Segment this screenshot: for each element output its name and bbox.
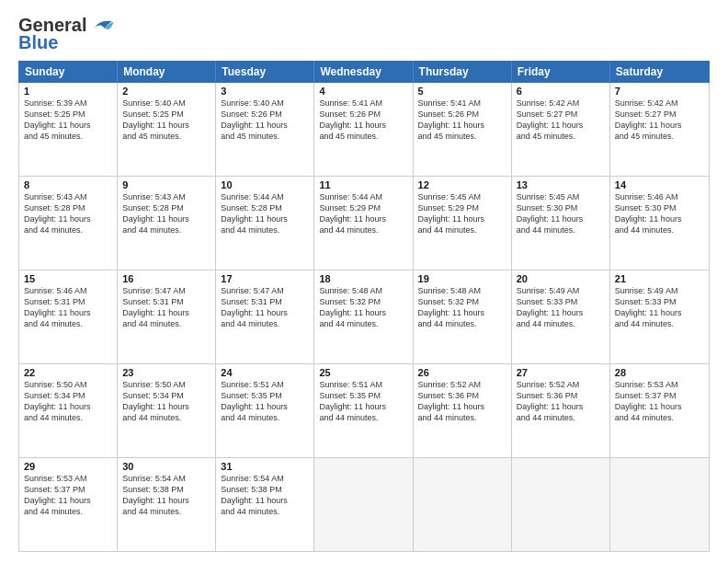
calendar-week-3: 15Sunrise: 5:46 AMSunset: 5:31 PMDayligh… <box>19 270 709 364</box>
empty-cell <box>512 458 610 551</box>
day-details: Sunrise: 5:41 AMSunset: 5:26 PMDaylight:… <box>418 98 506 143</box>
empty-cell <box>414 458 512 551</box>
day-number: 10 <box>221 179 309 190</box>
day-details: Sunrise: 5:42 AMSunset: 5:27 PMDaylight:… <box>615 98 704 143</box>
calendar-header: SundayMondayTuesdayWednesdayThursdayFrid… <box>18 61 710 83</box>
day-number: 31 <box>221 461 309 472</box>
day-number: 1 <box>24 86 112 97</box>
day-cell-11: 11Sunrise: 5:44 AMSunset: 5:29 PMDayligh… <box>314 177 413 270</box>
logo-bird-icon <box>86 16 116 36</box>
day-number: 21 <box>615 273 704 284</box>
day-number: 27 <box>517 367 605 378</box>
day-details: Sunrise: 5:54 AMSunset: 5:38 PMDaylight:… <box>221 473 309 518</box>
day-details: Sunrise: 5:42 AMSunset: 5:27 PMDaylight:… <box>517 98 605 143</box>
day-number: 7 <box>615 86 704 97</box>
day-number: 14 <box>615 179 704 190</box>
header-day-sunday: Sunday <box>19 62 118 82</box>
day-cell-24: 24Sunrise: 5:51 AMSunset: 5:35 PMDayligh… <box>216 364 314 457</box>
day-details: Sunrise: 5:51 AMSunset: 5:35 PMDaylight:… <box>221 379 309 424</box>
day-cell-12: 12Sunrise: 5:45 AMSunset: 5:29 PMDayligh… <box>414 177 512 270</box>
day-cell-13: 13Sunrise: 5:45 AMSunset: 5:30 PMDayligh… <box>512 177 610 270</box>
day-cell-30: 30Sunrise: 5:54 AMSunset: 5:38 PMDayligh… <box>118 458 216 551</box>
header-day-friday: Friday <box>512 62 610 82</box>
day-cell-27: 27Sunrise: 5:52 AMSunset: 5:36 PMDayligh… <box>512 364 610 457</box>
calendar-body: 1Sunrise: 5:39 AMSunset: 5:25 PMDaylight… <box>18 83 710 552</box>
day-number: 22 <box>24 367 112 378</box>
day-details: Sunrise: 5:47 AMSunset: 5:31 PMDaylight:… <box>122 285 210 330</box>
day-number: 11 <box>319 179 407 190</box>
day-number: 5 <box>418 86 506 97</box>
logo: General Blue <box>18 15 116 53</box>
day-cell-31: 31Sunrise: 5:54 AMSunset: 5:38 PMDayligh… <box>216 458 314 551</box>
day-details: Sunrise: 5:50 AMSunset: 5:34 PMDaylight:… <box>122 379 210 424</box>
day-cell-7: 7Sunrise: 5:42 AMSunset: 5:27 PMDaylight… <box>610 83 709 176</box>
day-number: 3 <box>221 86 309 97</box>
day-cell-14: 14Sunrise: 5:46 AMSunset: 5:30 PMDayligh… <box>610 177 709 270</box>
day-cell-22: 22Sunrise: 5:50 AMSunset: 5:34 PMDayligh… <box>19 364 118 457</box>
day-cell-28: 28Sunrise: 5:53 AMSunset: 5:37 PMDayligh… <box>610 364 709 457</box>
day-cell-15: 15Sunrise: 5:46 AMSunset: 5:31 PMDayligh… <box>19 270 118 363</box>
day-cell-18: 18Sunrise: 5:48 AMSunset: 5:32 PMDayligh… <box>314 270 413 363</box>
day-number: 26 <box>418 367 506 378</box>
day-details: Sunrise: 5:52 AMSunset: 5:36 PMDaylight:… <box>418 379 506 424</box>
day-number: 12 <box>418 179 506 190</box>
day-number: 18 <box>319 273 407 284</box>
day-details: Sunrise: 5:41 AMSunset: 5:26 PMDaylight:… <box>319 98 407 143</box>
day-number: 4 <box>319 86 407 97</box>
calendar-week-2: 8Sunrise: 5:43 AMSunset: 5:28 PMDaylight… <box>19 177 709 270</box>
day-cell-23: 23Sunrise: 5:50 AMSunset: 5:34 PMDayligh… <box>118 364 216 457</box>
day-details: Sunrise: 5:52 AMSunset: 5:36 PMDaylight:… <box>517 379 605 424</box>
day-cell-5: 5Sunrise: 5:41 AMSunset: 5:26 PMDaylight… <box>414 83 512 176</box>
day-number: 20 <box>517 273 605 284</box>
day-details: Sunrise: 5:49 AMSunset: 5:33 PMDaylight:… <box>517 285 605 330</box>
day-details: Sunrise: 5:44 AMSunset: 5:29 PMDaylight:… <box>319 191 407 236</box>
day-details: Sunrise: 5:46 AMSunset: 5:30 PMDaylight:… <box>615 191 704 236</box>
calendar-week-5: 29Sunrise: 5:53 AMSunset: 5:37 PMDayligh… <box>19 458 709 551</box>
empty-cell <box>314 458 413 551</box>
day-details: Sunrise: 5:53 AMSunset: 5:37 PMDaylight:… <box>615 379 704 424</box>
day-cell-17: 17Sunrise: 5:47 AMSunset: 5:31 PMDayligh… <box>216 270 314 363</box>
day-number: 2 <box>122 86 210 97</box>
day-number: 29 <box>24 461 112 472</box>
day-number: 6 <box>517 86 605 97</box>
header-day-thursday: Thursday <box>414 62 512 82</box>
empty-cell <box>610 458 709 551</box>
day-number: 13 <box>517 179 605 190</box>
day-details: Sunrise: 5:43 AMSunset: 5:28 PMDaylight:… <box>24 191 112 236</box>
day-number: 24 <box>221 367 309 378</box>
day-cell-16: 16Sunrise: 5:47 AMSunset: 5:31 PMDayligh… <box>118 270 216 363</box>
day-cell-10: 10Sunrise: 5:44 AMSunset: 5:28 PMDayligh… <box>216 177 314 270</box>
day-details: Sunrise: 5:51 AMSunset: 5:35 PMDaylight:… <box>319 379 407 424</box>
header-day-tuesday: Tuesday <box>216 62 314 82</box>
day-cell-9: 9Sunrise: 5:43 AMSunset: 5:28 PMDaylight… <box>118 177 216 270</box>
day-details: Sunrise: 5:54 AMSunset: 5:38 PMDaylight:… <box>122 473 210 518</box>
day-cell-20: 20Sunrise: 5:49 AMSunset: 5:33 PMDayligh… <box>512 270 610 363</box>
day-number: 25 <box>319 367 407 378</box>
day-details: Sunrise: 5:40 AMSunset: 5:25 PMDaylight:… <box>122 98 210 143</box>
day-number: 9 <box>122 179 210 190</box>
day-details: Sunrise: 5:46 AMSunset: 5:31 PMDaylight:… <box>24 285 112 330</box>
day-cell-8: 8Sunrise: 5:43 AMSunset: 5:28 PMDaylight… <box>19 177 118 270</box>
header: General Blue <box>18 15 710 53</box>
day-cell-19: 19Sunrise: 5:48 AMSunset: 5:32 PMDayligh… <box>414 270 512 363</box>
day-details: Sunrise: 5:43 AMSunset: 5:28 PMDaylight:… <box>122 191 210 236</box>
day-cell-3: 3Sunrise: 5:40 AMSunset: 5:26 PMDaylight… <box>216 83 314 176</box>
day-number: 19 <box>418 273 506 284</box>
day-details: Sunrise: 5:47 AMSunset: 5:31 PMDaylight:… <box>221 285 309 330</box>
day-details: Sunrise: 5:39 AMSunset: 5:25 PMDaylight:… <box>24 98 112 143</box>
day-details: Sunrise: 5:44 AMSunset: 5:28 PMDaylight:… <box>221 191 309 236</box>
day-details: Sunrise: 5:48 AMSunset: 5:32 PMDaylight:… <box>418 285 506 330</box>
day-number: 30 <box>122 461 210 472</box>
day-number: 15 <box>24 273 112 284</box>
day-number: 16 <box>122 273 210 284</box>
calendar-week-1: 1Sunrise: 5:39 AMSunset: 5:25 PMDaylight… <box>19 83 709 177</box>
day-details: Sunrise: 5:48 AMSunset: 5:32 PMDaylight:… <box>319 285 407 330</box>
header-day-monday: Monday <box>118 62 216 82</box>
day-number: 23 <box>122 367 210 378</box>
day-number: 17 <box>221 273 309 284</box>
day-cell-26: 26Sunrise: 5:52 AMSunset: 5:36 PMDayligh… <box>414 364 512 457</box>
day-details: Sunrise: 5:50 AMSunset: 5:34 PMDaylight:… <box>24 379 112 424</box>
header-day-wednesday: Wednesday <box>314 62 413 82</box>
day-details: Sunrise: 5:45 AMSunset: 5:30 PMDaylight:… <box>517 191 605 236</box>
day-cell-2: 2Sunrise: 5:40 AMSunset: 5:25 PMDaylight… <box>118 83 216 176</box>
